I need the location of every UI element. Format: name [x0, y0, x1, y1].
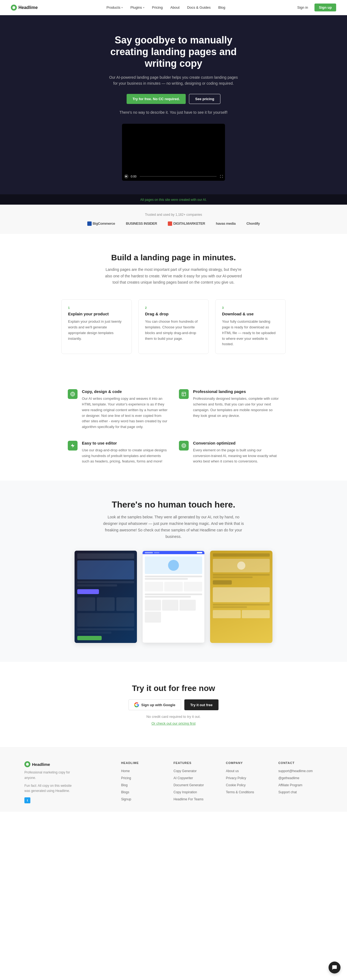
svg-point-4	[184, 445, 184, 446]
logo-text: Headlime	[19, 5, 38, 10]
zap-icon	[68, 441, 78, 450]
target-icon	[179, 441, 189, 450]
feature-professional: Professional landing pages Professionall…	[179, 389, 279, 430]
footer-fun-fact: Fun fact: All copy on this website was g…	[24, 783, 73, 794]
layout-icon	[179, 389, 189, 399]
cta-section: Try it out for free now Sign up with Goo…	[0, 662, 347, 748]
signup-button[interactable]: Sign up	[314, 3, 336, 11]
footer-col-features: FEATURES Copy Generator AI Copywriter Do…	[173, 761, 218, 803]
google-signup-button[interactable]: Sign up with Google	[128, 699, 181, 710]
footer-link-copy-inspiration: Copy Inspiration	[173, 789, 218, 794]
nav-about[interactable]: About	[170, 5, 179, 10]
footer-link-copy-gen: Copy Generator	[173, 768, 218, 773]
footer-link-privacy: Privacy Policy	[226, 775, 270, 780]
main-nav: Headlime Products ▾ Plugins ▾ Pricing Ab…	[0, 0, 347, 15]
logo-icon	[11, 5, 17, 11]
chevron-down-icon: ▾	[143, 6, 144, 9]
feature-professional-text: Professional landing pages Professionall…	[193, 389, 279, 430]
nav-links: Products ▾ Plugins ▾ Pricing About Docs …	[106, 5, 225, 10]
footer-col-title-company: COMPANY	[226, 761, 270, 765]
hero-headline: Say goodbye to manually creating landing…	[95, 34, 252, 70]
footer-link-affiliate: Affiliate Program	[279, 783, 323, 788]
footer-tagline: Professional marketing copy for anyone.	[24, 770, 73, 780]
cta-headline: Try it out for free now	[11, 684, 336, 693]
footer-col-headlime: HEADLIME Home Pricing Blog Blogs Signup	[121, 761, 165, 803]
cta-buttons: Sign up with Google Try it out free	[11, 699, 336, 710]
footer-col-contact: CONTACT support@headlime.com @getheadlim…	[279, 761, 323, 803]
hero-buttons: Try for free. No CC required. See pricin…	[11, 94, 336, 104]
feature-conversion-title: Conversion optimized	[193, 441, 279, 445]
feature-editor-text: Easy to use editor Use our drag-and-drop…	[82, 441, 168, 465]
footer-social: t	[24, 797, 113, 803]
hero-sub-note: There's no way to describe it. You just …	[108, 109, 239, 115]
footer-link-cookie: Cookie Policy	[226, 783, 270, 788]
step-3-num: 3	[222, 306, 279, 309]
footer-logo-icon	[24, 761, 30, 767]
nav-products[interactable]: Products ▾	[106, 5, 123, 10]
nav-docs[interactable]: Docs & Guides	[187, 5, 211, 10]
preview-card-1	[74, 550, 137, 643]
build-description: Landing pages are the most important par…	[103, 267, 244, 286]
feature-copy-title: Copy, design & code	[82, 389, 168, 394]
footer: Headlime Professional marketing copy for…	[0, 748, 347, 812]
footer-link-doc-gen: Document Generator	[173, 783, 218, 788]
logo-havas: havas media	[216, 221, 236, 226]
signin-button[interactable]: Sign in	[294, 4, 312, 11]
feature-conversion-text: Conversion optimized Every element on th…	[193, 441, 279, 465]
footer-col-links-features: Copy Generator AI Copywriter Document Ge…	[173, 768, 218, 802]
footer-link-blogs: Blogs	[121, 789, 165, 794]
ai-banner-link[interactable]: All pages on this site were created with…	[140, 198, 207, 202]
video-play-icon[interactable]: ▶	[124, 174, 128, 178]
step-1: 1 Explain your product Explain your prod…	[61, 299, 132, 354]
footer-col-title-contact: CONTACT	[279, 761, 323, 765]
video-time: 0:00	[131, 175, 136, 178]
footer-grid: Headlime Professional marketing copy for…	[24, 761, 323, 803]
google-icon	[134, 702, 139, 707]
footer-link-pricing: Pricing	[121, 775, 165, 780]
footer-link-signup: Signup	[121, 797, 165, 802]
svg-rect-1	[182, 392, 186, 396]
hero-cta-secondary[interactable]: See pricing	[189, 94, 220, 104]
step-2: 2 Drag & drop You can choose from hundre…	[138, 299, 209, 354]
logo-bigcommerce: BigCommerce	[87, 221, 115, 226]
hero-subtext: Our AI-powered landing page builder help…	[108, 74, 239, 87]
build-headline: Build a landing page in minutes.	[11, 253, 336, 262]
hero-video[interactable]: ▶ 0:00 ⛶	[122, 124, 225, 181]
features-grid: Copy, design & code Our AI writes compel…	[68, 389, 279, 465]
no-human-headline: There's no human touch here.	[11, 500, 336, 510]
feature-professional-desc: Professionally designed templates, compl…	[193, 396, 279, 418]
footer-link-about: About us	[226, 768, 270, 773]
footer-link-support: Support chat	[279, 789, 323, 794]
step-2-num: 2	[145, 306, 202, 309]
footer-col-links-company: About us Privacy Policy Cookie Policy Te…	[226, 768, 270, 794]
footer-link-blog: Blog	[121, 783, 165, 788]
nav-blog[interactable]: Blog	[218, 5, 225, 10]
hero-cta-primary[interactable]: Try for free. No CC required.	[127, 94, 186, 104]
features-section: Copy, design & code Our AI writes compel…	[57, 373, 290, 480]
cta-sub: No credit card required to try it out.	[11, 714, 336, 719]
footer-col-links-headlime: Home Pricing Blog Blogs Signup	[121, 768, 165, 802]
free-trial-button[interactable]: Try it out free	[184, 699, 219, 710]
step-1-desc: Explain your product in just twenty word…	[68, 319, 125, 341]
nav-pricing[interactable]: Pricing	[152, 5, 163, 10]
trusted-logos: BigCommerce BUSINESS INSIDER DIGITALMARK…	[11, 221, 336, 226]
footer-link-home: Home	[121, 768, 165, 773]
feature-conversion: Conversion optimized Every element on th…	[179, 441, 279, 465]
step-2-title: Drag & drop	[145, 312, 202, 316]
nav-plugins[interactable]: Plugins ▾	[130, 5, 144, 10]
footer-link-teams: Headlime For Teams	[173, 797, 218, 802]
twitter-icon[interactable]: t	[24, 797, 30, 803]
feature-copy-text: Copy, design & code Our AI writes compel…	[82, 389, 168, 430]
step-3-title: Download & use	[222, 312, 279, 316]
no-human-section: There's no human touch here. Look at the…	[0, 480, 347, 662]
step-3: 3 Download & use Your fully customizable…	[215, 299, 286, 354]
footer-col-company: COMPANY About us Privacy Policy Cookie P…	[226, 761, 270, 803]
feature-copy: Copy, design & code Our AI writes compel…	[68, 389, 168, 430]
no-human-description: Look at the samples below. They were all…	[103, 514, 244, 540]
pricing-link[interactable]: Or check out our pricing first	[152, 721, 196, 725]
video-fullscreen-icon[interactable]: ⛶	[220, 175, 223, 178]
logo[interactable]: Headlime	[11, 5, 38, 11]
footer-col-title-headlime: HEADLIME	[121, 761, 165, 765]
step-1-title: Explain your product	[68, 312, 125, 316]
chevron-down-icon: ▾	[122, 6, 123, 9]
